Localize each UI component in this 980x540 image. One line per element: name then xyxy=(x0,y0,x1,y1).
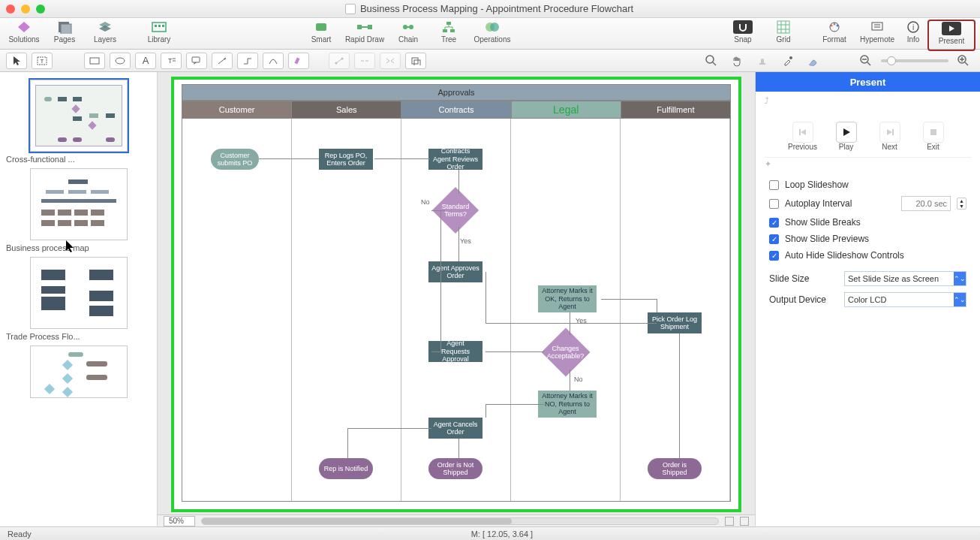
rect-shape-tool[interactable] xyxy=(84,53,105,69)
minimize-window-button[interactable] xyxy=(21,5,30,14)
play-icon xyxy=(836,122,857,143)
line-tool[interactable] xyxy=(212,53,233,69)
crop-tool[interactable] xyxy=(405,53,426,69)
zoom-slider-knob[interactable] xyxy=(887,56,896,65)
library-icon xyxy=(149,20,169,35)
node-rep-logs[interactable]: Rep Logs PO, Enters Order xyxy=(319,149,373,170)
layers-button[interactable]: Layers xyxy=(86,20,125,48)
svg-marker-4 xyxy=(99,26,111,32)
operations-button[interactable]: Operations xyxy=(470,20,515,48)
node-not-shipped[interactable]: Order is Not Shipped xyxy=(428,458,482,479)
present-button[interactable]: Present xyxy=(930,21,972,50)
checkbox-icon[interactable] xyxy=(769,199,779,209)
play-button[interactable]: Play xyxy=(829,122,864,151)
page[interactable]: Approvals Customer Sales Contracts Legal… xyxy=(171,77,741,512)
smart-button[interactable]: Smart xyxy=(302,20,341,48)
status-text: Ready xyxy=(8,529,32,538)
fit-width-icon[interactable] xyxy=(740,517,749,526)
fit-page-icon[interactable] xyxy=(725,517,734,526)
zoom-slider[interactable] xyxy=(881,59,948,62)
ellipse-shape-tool[interactable] xyxy=(110,53,131,69)
node-rep-notified[interactable]: Rep is Notified xyxy=(319,458,373,479)
connector xyxy=(259,158,319,159)
edge-label-yes: Yes xyxy=(460,237,471,245)
stamp-tool[interactable] xyxy=(752,53,773,69)
zoom-select[interactable]: 50% xyxy=(164,516,195,526)
library-button[interactable]: Library xyxy=(137,20,182,48)
svg-point-31 xyxy=(831,25,833,27)
autoplay-interval-field[interactable]: 20.0 sec xyxy=(901,196,951,211)
previous-button[interactable]: Previous xyxy=(786,122,820,151)
textblock-tool[interactable]: T xyxy=(161,53,182,69)
node-contracts-review[interactable]: Contracts Agent Reviews Order xyxy=(428,149,482,170)
zoom-window-button[interactable] xyxy=(36,5,45,14)
highlighter-tool[interactable] xyxy=(288,53,309,69)
output-device-select[interactable]: Color LCD⌃⌄ xyxy=(844,292,966,307)
node-attorney-ok[interactable]: Attorney Marks it OK, Returns to Agent xyxy=(538,285,597,312)
horizontal-scrollbar[interactable] xyxy=(201,517,719,525)
zoom-out-button[interactable] xyxy=(855,53,876,69)
scrollbar-thumb[interactable] xyxy=(202,518,512,524)
pointer-tool[interactable] xyxy=(6,53,27,69)
slide-size-select[interactable]: Set Slide Size as Screen⌃⌄ xyxy=(844,271,966,286)
close-window-button[interactable] xyxy=(6,5,15,14)
node-attorney-no[interactable]: Attorney Marks it NO, Returns to Agent xyxy=(538,391,597,418)
page-thumbnail[interactable]: Business process map xyxy=(6,168,151,252)
connector xyxy=(347,428,348,458)
curve-tool[interactable] xyxy=(263,53,284,69)
connector xyxy=(374,158,430,159)
checkbox-icon[interactable]: ✓ xyxy=(769,234,779,244)
node-changes-acceptable[interactable]: Changes Acceptable? xyxy=(541,327,590,376)
pages-button[interactable]: Pages xyxy=(45,20,84,48)
loop-slideshow-option[interactable]: Loop Slideshow xyxy=(769,179,966,190)
join-tool[interactable] xyxy=(354,53,375,69)
main-toolbar: Solutions Pages Layers Library Smart Rap… xyxy=(0,18,980,50)
hypernote-button[interactable]: Hypernote xyxy=(855,20,899,48)
svg-marker-39 xyxy=(949,26,954,32)
connector xyxy=(570,370,570,391)
zoom-in-button[interactable] xyxy=(953,53,974,69)
solutions-button[interactable]: Solutions xyxy=(5,20,44,48)
stepper-down[interactable]: ▼ xyxy=(957,204,966,209)
format-button[interactable]: Format xyxy=(815,20,854,48)
text-shape-tool[interactable]: A xyxy=(135,53,156,69)
split-tool[interactable] xyxy=(380,53,401,69)
eyedropper-tool[interactable] xyxy=(777,53,798,69)
canvas-viewport[interactable]: Approvals Customer Sales Contracts Legal… xyxy=(158,72,755,514)
tree-button[interactable]: Tree xyxy=(429,20,468,48)
node-agent-approves[interactable]: Agent Approves Order xyxy=(428,261,482,282)
connector xyxy=(485,323,657,324)
node-customer-submits[interactable]: Customer submits PO xyxy=(211,149,259,170)
show-slide-previews-option[interactable]: ✓Show Slide Previews xyxy=(769,234,966,244)
show-slide-breaks-option[interactable]: ✓Show Slide Breaks xyxy=(769,217,966,228)
connector xyxy=(431,351,440,352)
checkbox-icon[interactable] xyxy=(769,180,779,190)
next-button[interactable]: Next xyxy=(873,122,907,151)
chain-button[interactable]: Chain xyxy=(389,20,428,48)
layers-icon xyxy=(95,20,115,35)
checkbox-icon[interactable]: ✓ xyxy=(769,251,779,261)
page-thumbnail[interactable]: Cross-functional ... xyxy=(6,80,151,164)
callout-tool[interactable] xyxy=(186,53,207,69)
window-title-text: Business Process Mapping - Appointment P… xyxy=(360,3,633,14)
checkbox-icon[interactable]: ✓ xyxy=(769,218,779,228)
page-thumbnail[interactable] xyxy=(6,345,151,398)
page-thumbnail[interactable]: Trade Process Flo... xyxy=(6,257,151,341)
zoom-tool[interactable] xyxy=(701,53,722,69)
smart-icon xyxy=(311,20,331,35)
node-order-shipped[interactable]: Order is Shipped xyxy=(648,458,702,479)
rapid-draw-button[interactable]: Rapid Draw xyxy=(342,20,387,48)
node-agent-cancels[interactable]: Agent Cancels Order xyxy=(428,418,482,439)
snap-button[interactable]: Snap xyxy=(723,20,762,48)
exit-button[interactable]: Exit xyxy=(916,122,951,151)
edit-points-tool[interactable] xyxy=(329,53,350,69)
text-tool[interactable]: T xyxy=(32,53,53,69)
brush-tool[interactable] xyxy=(803,53,824,69)
connector-tool[interactable] xyxy=(237,53,258,69)
stepper-up[interactable]: ▲ xyxy=(957,198,966,204)
auto-hide-controls-option[interactable]: ✓Auto Hide Slideshow Controls xyxy=(769,250,966,261)
hand-tool[interactable] xyxy=(726,53,747,69)
autoplay-interval-option[interactable]: Autoplay Interval 20.0 sec ▲▼ xyxy=(769,196,966,211)
grid-button[interactable]: Grid xyxy=(764,20,803,48)
info-button[interactable]: iInfo xyxy=(900,20,926,48)
